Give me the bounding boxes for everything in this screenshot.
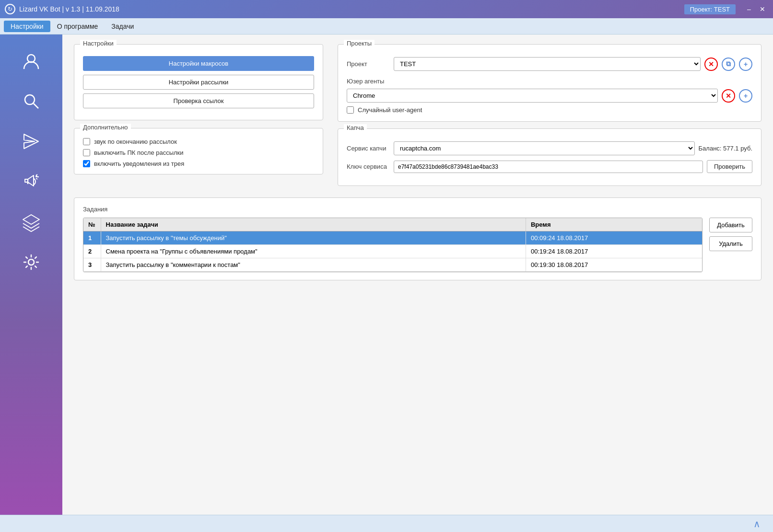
project-select[interactable]: TEST Project 1 Project 2 [394,57,701,71]
app-title: Lizard VK Bot | v 1.3 | 11.09.2018 [19,5,684,13]
tasks-table: № Название задачи Время 1Запустить рассы… [83,218,702,272]
task-id: 3 [83,258,101,272]
delete-task-button[interactable]: Удалить [709,236,752,251]
col-name: Название задачи [101,218,526,231]
project-add-button[interactable]: + [739,58,752,71]
checkbox-sound[interactable]: звук по окончанию рассылок [83,138,314,145]
menu-about[interactable]: О программе [50,21,105,32]
random-ua-label: Случайный user-agent [358,106,422,114]
sidebar-icon-megaphone[interactable] [14,165,48,198]
captcha-section: Капча Сервис капчи rucaptcha.com anti-ca… [338,128,761,186]
captcha-key-input[interactable] [394,161,703,173]
checkbox-shutdown-input[interactable] [83,149,90,156]
task-id: 1 [83,231,101,245]
content-area: Настройки Настройки макросов Настройки р… [62,35,773,515]
svg-line-2 [34,104,38,108]
captcha-service-row: Сервис капчи rucaptcha.com anti-captcha.… [347,141,752,155]
task-time: 00:19:24 18.08.2017 [526,245,702,258]
user-agent-title: Юзер агенты [347,78,752,85]
project-copy-button[interactable]: ⧉ [722,58,735,71]
captcha-check-button[interactable]: Проверить [707,160,752,173]
table-row[interactable]: 3Запустить рассылку в "комментарии к пос… [83,258,702,272]
captcha-service-select[interactable]: rucaptcha.com anti-captcha.com 2captcha.… [394,141,695,155]
tasks-layout: № Название задачи Время 1Запустить рассы… [83,218,752,272]
sidebar-icon-layers[interactable] [14,205,48,239]
tasks-buttons: Добавить Удалить [709,218,752,272]
col-number: № [83,218,101,231]
svg-point-1 [25,95,35,104]
svg-point-0 [27,55,35,62]
col-time: Время [526,218,702,231]
tasks-table-header: № Название задачи Время [83,218,702,231]
app-icon: ↻ [5,4,15,14]
tasks-table-wrap: № Название задачи Время 1Запустить рассы… [83,218,703,272]
random-ua-checkbox[interactable]: Случайный user-agent [347,106,752,114]
tasks-section: Задания № Название задачи Время 1Запусти… [74,197,761,280]
mailing-settings-button[interactable]: Настройки рассылки [83,75,314,90]
task-name: Запустить рассылку в "комментарии к пост… [101,258,526,272]
task-name: Смена проекта на "Группы с объявлениями … [101,245,526,258]
svg-line-4 [36,174,37,175]
menu-settings[interactable]: Настройки [4,21,50,32]
sidebar-icon-search[interactable] [14,84,48,118]
table-row[interactable]: 2Смена проекта на "Группы с объявлениями… [83,245,702,258]
user-agent-add-button[interactable]: + [739,89,752,103]
captcha-balance: Баланс: 577.1 руб. [699,145,752,152]
svg-point-7 [28,259,34,265]
sidebar-icon-gear[interactable] [14,245,48,279]
task-time: 00:09:24 18.08.2017 [526,231,702,245]
sidebar-icon-user[interactable] [14,44,48,78]
checkbox-tray-label: включить уведомления из трея [94,160,184,167]
checkbox-sound-input[interactable] [83,138,90,145]
random-ua-input[interactable] [347,106,354,114]
project-delete-button[interactable]: ✕ [704,58,718,71]
captcha-service-label: Сервис капчи [347,145,390,152]
projects-group: Проекты Проект TEST Project 1 Project 2 … [338,44,761,122]
projects-group-title: Проекты [344,40,375,47]
svg-line-6 [36,178,37,179]
checkbox-sound-label: звук по окончанию рассылок [94,138,177,145]
settings-group: Настройки Настройки макросов Настройки р… [74,44,323,120]
extra-group: Дополнительно звук по окончанию рассылок… [74,128,323,174]
settings-group-title: Настройки [80,40,117,47]
project-label-text: Проект [347,60,390,68]
task-name: Запустить рассылку в "темы обсуждений" [101,231,526,245]
checkbox-tray[interactable]: включить уведомления из трея [83,160,314,167]
sidebar-icon-send[interactable] [14,125,48,158]
checkbox-shutdown-label: выключить ПК после рассылки [94,149,184,156]
close-button[interactable]: ✕ [757,3,768,15]
menu-tasks[interactable]: Задачи [105,21,141,32]
scroll-top-button[interactable]: ∧ [750,517,763,531]
captcha-key-row: Ключ сервиса Проверить [347,160,752,173]
menu-bar: Настройки О программе Задачи [0,18,773,35]
extra-group-title: Дополнительно [80,124,131,131]
macro-settings-button[interactable]: Настройки макросов [83,56,314,71]
captcha-group-title: Капча [344,124,367,131]
add-task-button[interactable]: Добавить [709,218,752,232]
scroll-top-icon: ∧ [753,518,761,530]
top-section: Настройки Настройки макросов Настройки р… [74,44,761,186]
task-time: 00:19:30 18.08.2017 [526,258,702,272]
user-agent-section: Юзер агенты Chrome Firefox Opera Safari … [347,78,752,114]
task-id: 2 [83,245,101,258]
main-container: Настройки Настройки макросов Настройки р… [0,35,773,515]
title-bar: ↻ Lizard VK Bot | v 1.3 | 11.09.2018 Про… [0,0,773,18]
project-label: Проект: TEST [684,4,736,14]
link-check-button[interactable]: Проверка ссылок [83,93,314,108]
user-agent-select[interactable]: Chrome Firefox Opera Safari [347,89,718,103]
sidebar [0,35,62,515]
user-agent-row: Chrome Firefox Opera Safari ✕ + [347,89,752,103]
captcha-key-label: Ключ сервиса [347,163,390,170]
checkbox-shutdown[interactable]: выключить ПК после рассылки [83,149,314,156]
minimize-button[interactable]: – [743,3,755,15]
table-row[interactable]: 1Запустить рассылку в "темы обсуждений"0… [83,231,702,245]
tasks-title: Задания [83,206,752,213]
checkbox-tray-input[interactable] [83,160,90,167]
project-row: Проект TEST Project 1 Project 2 ✕ ⧉ + [347,57,752,71]
user-agent-delete-button[interactable]: ✕ [722,89,735,103]
bottom-bar: ∧ [0,515,773,532]
